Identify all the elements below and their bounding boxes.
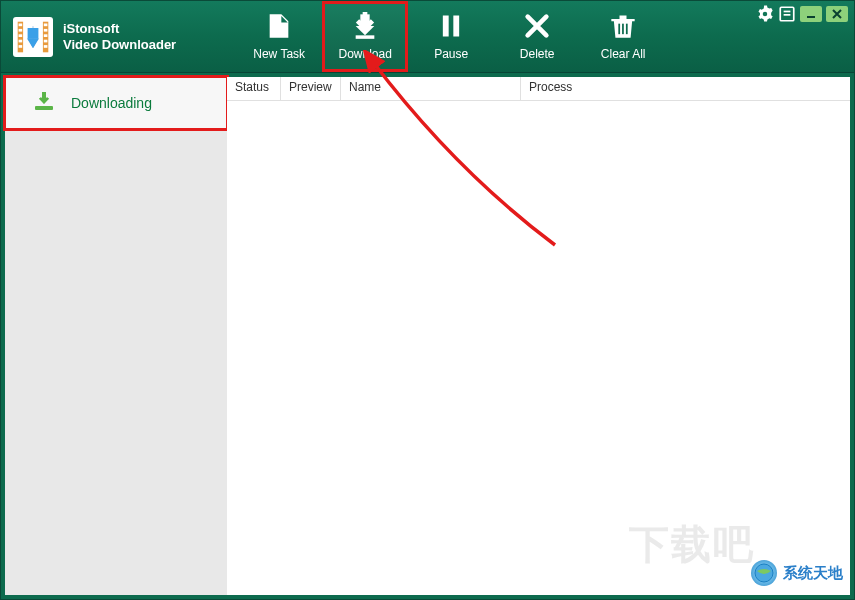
globe-icon — [751, 560, 777, 586]
download-button[interactable]: Download — [322, 1, 408, 72]
svg-rect-9 — [19, 34, 23, 37]
watermark-faded: 下载吧 — [629, 517, 755, 572]
svg-rect-19 — [356, 35, 375, 39]
svg-rect-10 — [19, 39, 23, 42]
svg-rect-7 — [19, 23, 23, 26]
svg-rect-15 — [44, 39, 48, 42]
svg-rect-24 — [626, 24, 628, 34]
svg-rect-12 — [44, 23, 48, 26]
about-icon[interactable] — [778, 5, 796, 23]
pause-icon — [437, 12, 465, 43]
column-status[interactable]: Status — [227, 77, 281, 100]
app-title: iStonsoft Video Downloader — [63, 21, 176, 53]
svg-rect-25 — [35, 106, 53, 110]
svg-rect-16 — [44, 45, 48, 48]
new-task-label: New Task — [253, 47, 305, 61]
app-title-line2: Video Downloader — [63, 37, 176, 53]
sidebar: Downloading — [5, 77, 227, 595]
pause-button[interactable]: Pause — [408, 1, 494, 72]
svg-rect-2 — [784, 14, 791, 16]
table-header: Status Preview Name Process — [227, 77, 850, 101]
svg-rect-14 — [44, 34, 48, 37]
sidebar-item-downloading[interactable]: Downloading — [5, 77, 227, 129]
toolbar: New Task Download Pause Delete — [236, 1, 666, 72]
clear-all-button[interactable]: Clear All — [580, 1, 666, 72]
watermark: 系统天地 — [751, 560, 843, 586]
downloading-icon — [33, 90, 55, 115]
svg-rect-8 — [19, 28, 23, 31]
watermark-text: 系统天地 — [783, 564, 843, 583]
svg-rect-21 — [454, 16, 460, 37]
svg-rect-18 — [361, 14, 370, 26]
app-window: iStonsoft Video Downloader New Task Down… — [0, 0, 855, 600]
titlebar-controls — [756, 5, 848, 23]
svg-rect-13 — [44, 28, 48, 31]
delete-label: Delete — [520, 47, 555, 61]
sidebar-downloading-label: Downloading — [71, 95, 152, 111]
trash-icon — [609, 12, 637, 43]
pause-label: Pause — [434, 47, 468, 61]
svg-rect-26 — [42, 92, 46, 99]
download-icon — [351, 12, 379, 43]
app-logo-icon — [13, 17, 53, 57]
svg-rect-3 — [807, 16, 815, 18]
delete-icon — [523, 12, 551, 43]
main-panel: Status Preview Name Process — [227, 77, 850, 595]
minimize-button[interactable] — [800, 6, 822, 22]
column-preview[interactable]: Preview — [281, 77, 341, 100]
svg-rect-20 — [443, 16, 449, 37]
download-label: Download — [338, 47, 391, 61]
svg-rect-22 — [619, 24, 621, 34]
app-title-line1: iStonsoft — [63, 21, 176, 37]
svg-rect-11 — [19, 45, 23, 48]
new-task-button[interactable]: New Task — [236, 1, 322, 72]
svg-rect-1 — [784, 11, 791, 13]
file-icon — [265, 12, 293, 43]
clear-all-label: Clear All — [601, 47, 646, 61]
app-logo-block: iStonsoft Video Downloader — [13, 17, 176, 57]
svg-rect-17 — [28, 28, 39, 39]
settings-icon[interactable] — [756, 5, 774, 23]
column-process[interactable]: Process — [521, 77, 850, 100]
delete-button[interactable]: Delete — [494, 1, 580, 72]
svg-rect-23 — [622, 24, 624, 34]
header: iStonsoft Video Downloader New Task Down… — [1, 1, 854, 73]
column-name[interactable]: Name — [341, 77, 521, 100]
close-button[interactable] — [826, 6, 848, 22]
